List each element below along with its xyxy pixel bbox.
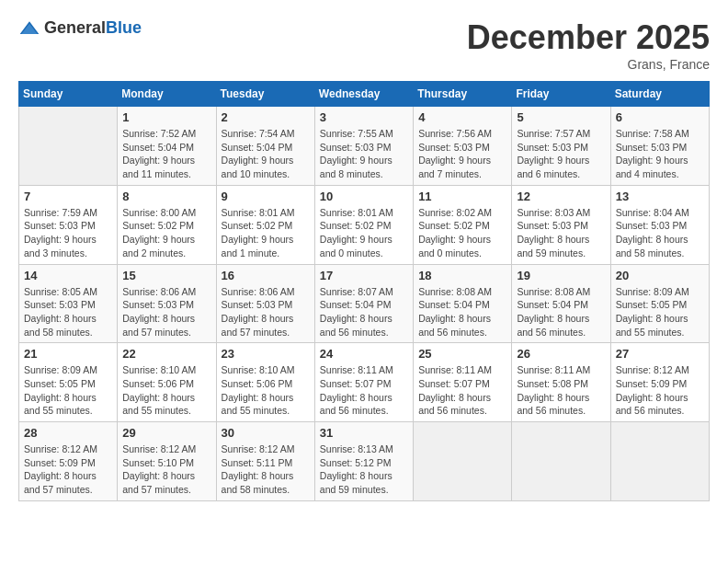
header-thursday: Thursday: [414, 82, 512, 107]
day-info: Sunrise: 8:11 AM Sunset: 5:08 PM Dayligh…: [517, 363, 605, 418]
header-tuesday: Tuesday: [216, 82, 314, 107]
day-cell: 12Sunrise: 8:03 AM Sunset: 5:03 PM Dayli…: [512, 185, 610, 264]
day-info: Sunrise: 8:11 AM Sunset: 5:07 PM Dayligh…: [320, 363, 408, 418]
day-cell: 30Sunrise: 8:12 AM Sunset: 5:11 PM Dayli…: [216, 422, 314, 501]
day-number: 7: [24, 190, 112, 203]
day-cell: 31Sunrise: 8:13 AM Sunset: 5:12 PM Dayli…: [314, 422, 413, 501]
day-info: Sunrise: 8:01 AM Sunset: 5:02 PM Dayligh…: [222, 206, 310, 260]
week-row-4: 21Sunrise: 8:09 AM Sunset: 5:05 PM Dayli…: [19, 343, 710, 422]
day-info: Sunrise: 7:58 AM Sunset: 5:03 PM Dayligh…: [616, 127, 704, 181]
day-number: 8: [122, 190, 210, 203]
day-number: 16: [222, 269, 310, 282]
day-cell: 17Sunrise: 8:07 AM Sunset: 5:04 PM Dayli…: [314, 264, 413, 343]
day-cell: 22Sunrise: 8:10 AM Sunset: 5:06 PM Dayli…: [118, 343, 216, 422]
day-number: 5: [517, 110, 605, 124]
day-info: Sunrise: 8:02 AM Sunset: 5:02 PM Dayligh…: [418, 206, 506, 260]
day-number: 4: [418, 110, 506, 124]
page-header: GeneralBlue December 2025 Grans, France: [18, 18, 710, 72]
day-info: Sunrise: 8:11 AM Sunset: 5:07 PM Dayligh…: [418, 363, 506, 418]
day-number: 12: [517, 190, 605, 203]
day-cell: [414, 422, 512, 501]
day-number: 6: [616, 110, 704, 124]
logo-general: General: [44, 18, 106, 37]
logo-icon: [18, 19, 40, 38]
day-number: 1: [122, 110, 210, 124]
day-number: 30: [222, 426, 310, 440]
day-cell: 26Sunrise: 8:11 AM Sunset: 5:08 PM Dayli…: [512, 343, 610, 422]
day-info: Sunrise: 8:05 AM Sunset: 5:03 PM Dayligh…: [24, 285, 112, 339]
day-number: 31: [320, 426, 408, 440]
day-number: 29: [122, 426, 210, 440]
day-info: Sunrise: 7:56 AM Sunset: 5:03 PM Dayligh…: [418, 127, 506, 181]
day-cell: 5Sunrise: 7:57 AM Sunset: 5:03 PM Daylig…: [512, 107, 610, 186]
day-cell: [610, 422, 709, 501]
day-info: Sunrise: 8:12 AM Sunset: 5:10 PM Dayligh…: [122, 442, 210, 497]
day-cell: 14Sunrise: 8:05 AM Sunset: 5:03 PM Dayli…: [19, 264, 118, 343]
day-cell: 7Sunrise: 7:59 AM Sunset: 5:03 PM Daylig…: [19, 185, 118, 264]
week-row-2: 7Sunrise: 7:59 AM Sunset: 5:03 PM Daylig…: [19, 185, 710, 264]
day-info: Sunrise: 8:08 AM Sunset: 5:04 PM Dayligh…: [418, 285, 506, 339]
day-cell: 4Sunrise: 7:56 AM Sunset: 5:03 PM Daylig…: [414, 107, 512, 186]
day-cell: 13Sunrise: 8:04 AM Sunset: 5:03 PM Dayli…: [610, 185, 709, 264]
day-cell: 9Sunrise: 8:01 AM Sunset: 5:02 PM Daylig…: [216, 185, 314, 264]
day-number: 28: [24, 426, 112, 440]
day-info: Sunrise: 8:06 AM Sunset: 5:03 PM Dayligh…: [222, 285, 310, 339]
title-block: December 2025 Grans, France: [467, 18, 710, 72]
day-cell: 8Sunrise: 8:00 AM Sunset: 5:02 PM Daylig…: [118, 185, 216, 264]
day-cell: 23Sunrise: 8:10 AM Sunset: 5:06 PM Dayli…: [216, 343, 314, 422]
day-number: 26: [517, 347, 605, 361]
day-cell: 16Sunrise: 8:06 AM Sunset: 5:03 PM Dayli…: [216, 264, 314, 343]
day-cell: 6Sunrise: 7:58 AM Sunset: 5:03 PM Daylig…: [610, 107, 709, 186]
day-number: 27: [616, 347, 704, 361]
logo-text: GeneralBlue: [44, 18, 142, 38]
calendar-header-row: SundayMondayTuesdayWednesdayThursdayFrid…: [19, 82, 710, 107]
day-cell: 20Sunrise: 8:09 AM Sunset: 5:05 PM Dayli…: [610, 264, 709, 343]
day-cell: 2Sunrise: 7:54 AM Sunset: 5:04 PM Daylig…: [216, 107, 314, 186]
day-cell: [19, 107, 118, 186]
day-number: 13: [616, 190, 704, 203]
calendar-table: SundayMondayTuesdayWednesdayThursdayFrid…: [18, 81, 710, 501]
logo-blue: Blue: [106, 18, 142, 37]
logo: GeneralBlue: [18, 18, 142, 38]
day-info: Sunrise: 7:54 AM Sunset: 5:04 PM Dayligh…: [222, 127, 310, 181]
day-cell: 27Sunrise: 8:12 AM Sunset: 5:09 PM Dayli…: [610, 343, 709, 422]
day-number: 9: [222, 190, 310, 203]
day-number: 11: [418, 190, 506, 203]
day-cell: 15Sunrise: 8:06 AM Sunset: 5:03 PM Dayli…: [118, 264, 216, 343]
day-cell: 28Sunrise: 8:12 AM Sunset: 5:09 PM Dayli…: [19, 422, 118, 501]
day-info: Sunrise: 8:08 AM Sunset: 5:04 PM Dayligh…: [517, 285, 605, 339]
day-number: 17: [320, 269, 408, 282]
day-number: 15: [122, 269, 210, 282]
day-cell: 10Sunrise: 8:01 AM Sunset: 5:02 PM Dayli…: [314, 185, 413, 264]
header-friday: Friday: [512, 82, 610, 107]
day-info: Sunrise: 8:00 AM Sunset: 5:02 PM Dayligh…: [122, 206, 210, 260]
day-cell: 11Sunrise: 8:02 AM Sunset: 5:02 PM Dayli…: [414, 185, 512, 264]
day-number: 21: [24, 347, 112, 361]
month-title: December 2025: [467, 18, 710, 57]
day-info: Sunrise: 8:10 AM Sunset: 5:06 PM Dayligh…: [122, 363, 210, 418]
day-cell: 29Sunrise: 8:12 AM Sunset: 5:10 PM Dayli…: [118, 422, 216, 501]
day-info: Sunrise: 7:55 AM Sunset: 5:03 PM Dayligh…: [320, 127, 408, 181]
day-info: Sunrise: 8:01 AM Sunset: 5:02 PM Dayligh…: [320, 206, 408, 260]
day-number: 25: [418, 347, 506, 361]
header-sunday: Sunday: [19, 82, 118, 107]
day-number: 24: [320, 347, 408, 361]
day-info: Sunrise: 8:04 AM Sunset: 5:03 PM Dayligh…: [616, 206, 704, 260]
day-number: 14: [24, 269, 112, 282]
day-cell: 24Sunrise: 8:11 AM Sunset: 5:07 PM Dayli…: [314, 343, 413, 422]
day-info: Sunrise: 8:07 AM Sunset: 5:04 PM Dayligh…: [320, 285, 408, 339]
day-info: Sunrise: 8:12 AM Sunset: 5:09 PM Dayligh…: [24, 442, 112, 497]
week-row-5: 28Sunrise: 8:12 AM Sunset: 5:09 PM Dayli…: [19, 422, 710, 501]
week-row-3: 14Sunrise: 8:05 AM Sunset: 5:03 PM Dayli…: [19, 264, 710, 343]
day-number: 10: [320, 190, 408, 203]
day-cell: 3Sunrise: 7:55 AM Sunset: 5:03 PM Daylig…: [314, 107, 413, 186]
day-number: 3: [320, 110, 408, 124]
day-info: Sunrise: 7:59 AM Sunset: 5:03 PM Dayligh…: [24, 206, 112, 260]
day-info: Sunrise: 7:57 AM Sunset: 5:03 PM Dayligh…: [517, 127, 605, 181]
location: Grans, France: [467, 57, 710, 72]
header-wednesday: Wednesday: [314, 82, 413, 107]
day-cell: 19Sunrise: 8:08 AM Sunset: 5:04 PM Dayli…: [512, 264, 610, 343]
day-number: 20: [616, 269, 704, 282]
day-number: 2: [222, 110, 310, 124]
day-info: Sunrise: 8:09 AM Sunset: 5:05 PM Dayligh…: [24, 363, 112, 418]
